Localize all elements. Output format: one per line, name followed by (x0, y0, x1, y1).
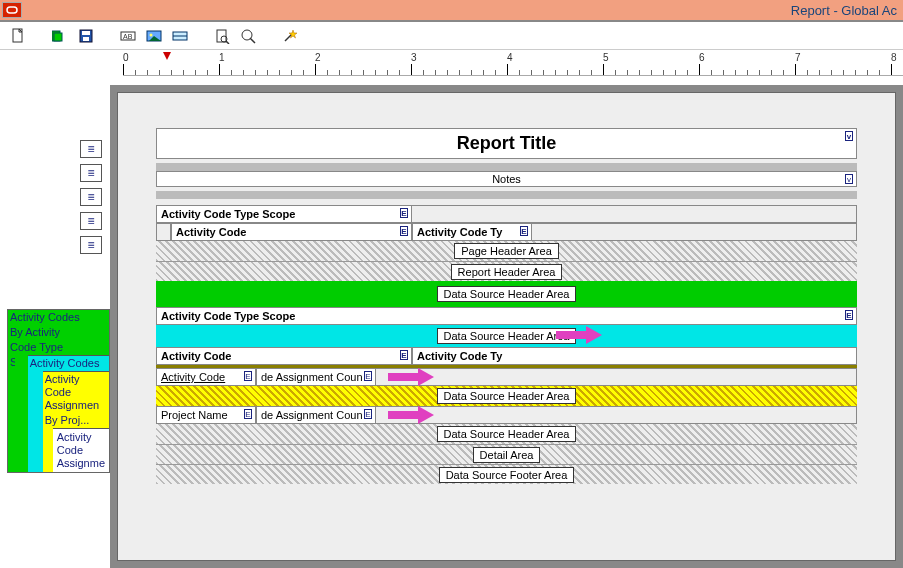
textbox-button[interactable]: AB (118, 26, 138, 46)
field-activity-code[interactable]: Activity Code E (156, 368, 256, 386)
col2-header[interactable]: Activity Code Ty E (412, 223, 532, 241)
field-marker-icon: E (400, 350, 408, 360)
svg-rect-6 (83, 37, 89, 41)
band-handle[interactable] (80, 236, 102, 254)
oracle-logo-icon (2, 2, 22, 18)
annotation-arrow-icon (388, 406, 434, 424)
svg-rect-3 (54, 33, 62, 41)
new-doc-button[interactable] (8, 26, 28, 46)
window-title: Report - Global Ac (28, 3, 901, 18)
field-marker-icon: E (364, 409, 372, 419)
save-button[interactable] (76, 26, 96, 46)
horizontal-ruler: 012345678 (123, 52, 903, 76)
zoom-button[interactable] (238, 26, 258, 46)
ruler-tick-label: 5 (603, 52, 609, 63)
ruler-tick-label: 8 (891, 52, 897, 63)
tree-yellow-line1[interactable]: Activity Code Assignmen (43, 372, 109, 413)
annotation-arrow-icon (556, 326, 602, 344)
field-marker-icon: E (364, 371, 372, 381)
field-marker-icon: E (520, 226, 528, 236)
col2-header-2[interactable]: Activity Code Ty (412, 347, 857, 365)
scope-label-text: Activity Code Type Scope (161, 208, 295, 220)
scope-label-cell[interactable]: Activity Code Type Scope E (156, 205, 412, 223)
tree-root-line2[interactable]: By Activity (8, 325, 109, 340)
ruler-cursor-icon[interactable] (163, 52, 171, 60)
report-canvas[interactable]: Report Title v Notes v Activity Code Typ… (110, 85, 903, 568)
column-header-row-2: Activity Code E Activity Code Ty (156, 347, 857, 365)
ds-header-tag-1: Data Source Header Area (437, 286, 577, 302)
svg-point-10 (150, 33, 153, 36)
notes-text: Notes (492, 173, 521, 185)
image-button[interactable] (144, 26, 164, 46)
svg-marker-20 (388, 368, 434, 386)
svg-line-15 (226, 41, 229, 44)
tree-white-line1[interactable]: Activity Code Assignme (55, 430, 107, 471)
field-assign-count-1-text: de Assignment Coun (261, 371, 363, 383)
empty-cell (376, 368, 857, 386)
col2-text-2: Activity Code Ty (417, 350, 502, 362)
preview-button[interactable] (212, 26, 232, 46)
band-handle[interactable] (80, 188, 102, 206)
field-button[interactable] (170, 26, 190, 46)
main-toolbar: AB (0, 20, 903, 50)
page-header-tag: Page Header Area (454, 243, 559, 259)
svg-marker-19 (556, 326, 602, 344)
page-header-region[interactable]: Page Header Area (156, 241, 857, 261)
detail-row-1: Activity Code E de Assignment Coun E (156, 368, 857, 386)
report-page: Report Title v Notes v Activity Code Typ… (117, 92, 896, 561)
scope-label-text-2: Activity Code Type Scope (161, 310, 295, 322)
report-title-text: Report Title (457, 133, 557, 153)
field-assign-count-1[interactable]: de Assignment Coun E (256, 368, 376, 386)
column-header-row: Activity Code E Activity Code Ty E (156, 223, 857, 241)
band-handle[interactable] (80, 164, 102, 182)
ruler-tick-label: 7 (795, 52, 801, 63)
scope-label-cell-2[interactable]: Activity Code Type Scope E (156, 307, 857, 325)
open-button[interactable] (50, 26, 70, 46)
ds-footer-region[interactable]: Data Source Footer Area (156, 464, 857, 484)
annotation-arrow-icon (388, 368, 434, 386)
ds-header-region-green[interactable]: Data Source Header Area (156, 281, 857, 307)
field-assign-count-2-text: de Assignment Coun (261, 409, 363, 421)
ruler-tick-label: 4 (507, 52, 513, 63)
ds-header-region-grey[interactable]: Data Source Header Area (156, 424, 857, 444)
ds-header-region-cyan[interactable]: Data Source Header Area (156, 325, 857, 347)
wizard-button[interactable] (280, 26, 300, 46)
tree-root-line3[interactable]: Code Type (8, 340, 109, 355)
detail-region[interactable]: Detail Area (156, 444, 857, 464)
scope-header-row-2: Activity Code Type Scope E (156, 307, 857, 325)
ruler-tick-label: 0 (123, 52, 129, 63)
empty-cell (532, 223, 857, 241)
col1-header[interactable]: Activity Code E (171, 223, 412, 241)
tree-yellow-line2[interactable]: By Proj... (43, 413, 109, 428)
tree-cyan-line1[interactable]: Activity Codes (28, 356, 109, 371)
ruler-tick-label: 1 (219, 52, 225, 63)
field-project-name-text: Project Name (161, 409, 228, 421)
indent-cell (156, 223, 171, 241)
field-marker-icon: E (400, 226, 408, 236)
spacer (156, 191, 857, 199)
col1-text: Activity Code (176, 226, 246, 238)
field-project-name[interactable]: Project Name E (156, 406, 256, 424)
svg-marker-21 (388, 406, 434, 424)
tree-root-line1[interactable]: Activity Codes (8, 310, 109, 325)
scope-header-row: Activity Code Type Scope E (156, 205, 857, 223)
field-activity-code-text: Activity Code (161, 371, 225, 383)
ds-header-region-yellow[interactable]: Data Source Header Area (156, 386, 857, 406)
notes-field[interactable]: Notes v (156, 171, 857, 187)
col1-header-2[interactable]: Activity Code E (156, 347, 412, 365)
datasource-tree[interactable]: Activity Codes By Activity Code Type S A… (7, 309, 110, 473)
spacer (156, 163, 857, 171)
col2-text: Activity Code Ty (417, 226, 502, 238)
field-assign-count-2[interactable]: de Assignment Coun E (256, 406, 376, 424)
field-marker-icon: E (400, 208, 408, 218)
ruler-tick-label: 3 (411, 52, 417, 63)
field-marker-icon: v (845, 174, 853, 184)
ds-header-tag-4: Data Source Header Area (437, 426, 577, 442)
band-handle[interactable] (80, 140, 102, 158)
band-handle[interactable] (80, 212, 102, 230)
report-header-region[interactable]: Report Header Area (156, 261, 857, 281)
report-title-field[interactable]: Report Title v (156, 128, 857, 159)
field-marker-icon: E (845, 310, 853, 320)
empty-cell (412, 205, 857, 223)
field-marker-icon: E (244, 371, 252, 381)
